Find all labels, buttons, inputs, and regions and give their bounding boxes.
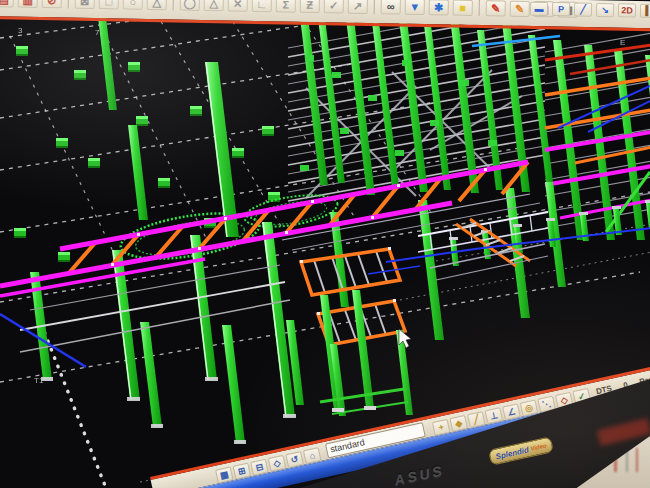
prohibit-icon[interactable]: ⊘ [42,0,62,8]
sigma-icon[interactable]: Σ [276,0,296,13]
pen-orange-icon[interactable]: ✎ [510,1,530,17]
box-icon[interactable]: □ [99,0,119,9]
top-toolbar-row2: ▬P╱↘2D▍ [528,2,650,21]
toolbar-separator [374,0,375,14]
triangle-icon[interactable]: △ [204,0,224,11]
filter-funnel-icon[interactable]: ▼ [405,0,425,15]
pen-red-icon[interactable]: ✎ [486,0,506,16]
binoculars-icon[interactable]: ∞ [381,0,401,15]
circle-icon[interactable]: ◯ [180,0,200,11]
plate-flag-icon[interactable]: P [552,2,570,16]
sticker-accent-text: Video [530,442,547,451]
triangle-small-icon[interactable]: △ [147,0,167,10]
line-blue-icon[interactable]: ╱ [574,2,592,16]
toolbar-separator [173,0,174,10]
cross-icon[interactable]: ✕ [228,0,248,12]
monitor-photo: 37T1E ▤▥⊘⊠□○△◯△✕∟ΣƵ✓↗∞▼✱■✎✎▨▩ ▬P╱↘2D▍ ▦⊞… [0,0,650,488]
label-2d-icon[interactable]: 2D [618,3,636,17]
pin-brown-icon[interactable]: ▍ [640,4,650,18]
arrow-ne-icon[interactable]: ↗ [348,0,368,14]
view-red-a-icon[interactable]: ▤ [0,0,14,8]
snap-star-icon[interactable]: ✱ [429,0,449,15]
check-icon[interactable]: ✓ [324,0,344,14]
box-x-icon[interactable]: ⊠ [75,0,95,9]
plate-yellow-icon[interactable]: ■ [453,0,473,16]
circle-small-icon[interactable]: ○ [123,0,143,10]
corner-icon[interactable]: ∟ [252,0,272,12]
beam-blue-icon[interactable]: ▬ [530,2,548,16]
view-red-b-icon[interactable]: ▥ [18,0,38,8]
toolbar-separator [68,0,69,9]
z-icon[interactable]: Ƶ [300,0,320,13]
arrow-blue-icon[interactable]: ↘ [596,3,614,17]
toolbar-separator [479,0,480,16]
